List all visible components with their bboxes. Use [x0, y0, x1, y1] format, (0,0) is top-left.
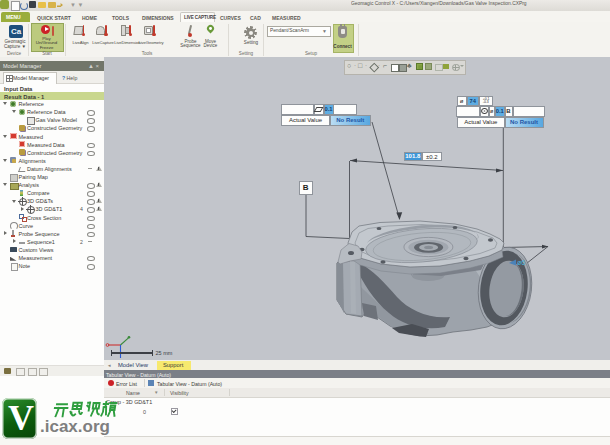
- svg-text:ø6: ø6: [517, 259, 525, 266]
